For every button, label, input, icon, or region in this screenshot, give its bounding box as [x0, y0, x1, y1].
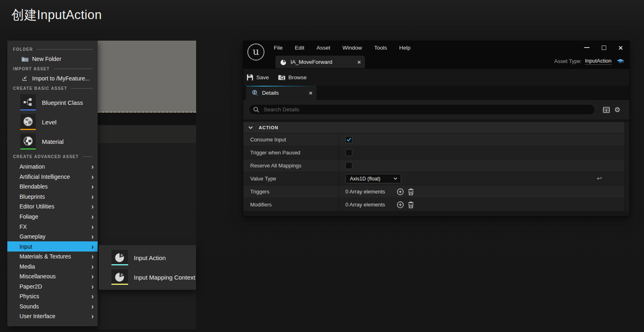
- search-details-field[interactable]: [249, 104, 595, 115]
- search-details-input[interactable]: [263, 106, 517, 113]
- property-name: Reserve All Mappings: [243, 159, 339, 172]
- menu-asset[interactable]: Asset: [310, 45, 336, 51]
- folder-plus-icon: [21, 55, 29, 63]
- details-tab-close-icon[interactable]: ×: [309, 90, 312, 96]
- menu-item-blendables[interactable]: Blendables›: [7, 182, 98, 192]
- menu-file[interactable]: File: [268, 45, 289, 51]
- editor-toolbar: Save Browse: [243, 68, 629, 86]
- minimize-button[interactable]: [584, 47, 589, 48]
- menu-help[interactable]: Help: [393, 45, 417, 51]
- property-row-modifiers: Modifiers 0 Array elements: [243, 198, 629, 211]
- content-browser-thumbnail-area: [98, 41, 196, 113]
- search-icon: [253, 106, 260, 113]
- menu-item-new-folder[interactable]: New Folder: [7, 54, 98, 64]
- menu-item-label: Blueprint Class: [42, 99, 83, 106]
- menu-item-label: User Interface: [20, 313, 92, 319]
- menu-item-import[interactable]: Import to /MyFeature...: [7, 73, 98, 84]
- menu-item-user-interface[interactable]: User Interface›: [7, 311, 98, 321]
- asset-type-value[interactable]: InputAction: [585, 58, 611, 65]
- property-value: 0 Array elements: [339, 185, 629, 198]
- menu-item-blueprint-class[interactable]: Blueprint Class: [7, 93, 98, 112]
- property-row-triggers: Triggers 0 Array elements: [243, 185, 629, 198]
- chevron-down-icon: [248, 126, 253, 129]
- value-type-dropdown[interactable]: Axis1D (float): [345, 174, 401, 183]
- details-tab-row: Details ×: [243, 86, 629, 100]
- menu-item-label: New Folder: [32, 56, 61, 62]
- property-value: [339, 146, 629, 159]
- add-element-icon[interactable]: [397, 201, 404, 208]
- delete-all-elements-trash-icon[interactable]: [408, 188, 414, 195]
- menu-item-blueprints[interactable]: Blueprints›: [7, 192, 98, 202]
- property-name: Modifiers: [243, 198, 339, 211]
- delete-all-elements-trash-icon[interactable]: [408, 201, 414, 208]
- import-icon: [21, 75, 29, 82]
- asset-tab[interactable]: IA_MoveForward ×: [275, 56, 365, 68]
- asset-color-bar: [111, 264, 128, 265]
- reserve-all-mappings-checkbox[interactable]: [345, 162, 352, 169]
- menu-item-label: Animation: [20, 163, 92, 170]
- menu-item-animation[interactable]: Animation›: [7, 162, 98, 172]
- property-name: Trigger when Paused: [243, 146, 339, 159]
- asset-color-bar: [20, 148, 36, 150]
- chevron-right-icon: ›: [92, 213, 94, 220]
- menu-item-label: Blueprints: [20, 193, 92, 200]
- menu-window[interactable]: Window: [336, 45, 368, 51]
- menu-item-media[interactable]: Media›: [7, 261, 98, 271]
- asset-color-bar: [111, 284, 128, 285]
- trigger-when-paused-checkbox[interactable]: [345, 149, 352, 156]
- graduation-cap-icon[interactable]: [616, 58, 624, 65]
- asset-tab-close-icon[interactable]: ×: [357, 59, 361, 65]
- menu-item-physics[interactable]: Physics›: [7, 291, 98, 302]
- menu-item-input[interactable]: Input›: [7, 241, 98, 252]
- blueprint-icon: [20, 94, 36, 111]
- section-rule: [71, 88, 93, 89]
- menu-item-foliage[interactable]: Foliage›: [7, 212, 98, 222]
- menu-item-label: Import to /MyFeature...: [32, 75, 90, 82]
- menu-item-gameplay[interactable]: Gameplay›: [7, 232, 98, 242]
- menu-item-materials-textures[interactable]: Materials & Textures›: [7, 252, 98, 262]
- property-row-consume-input: Consume Input: [243, 133, 629, 146]
- gear-icon[interactable]: ⚙: [614, 106, 620, 113]
- maximize-button[interactable]: [602, 46, 606, 50]
- submenu-item-input-action[interactable]: Input Action: [99, 248, 196, 267]
- menu-item-label: Artificial Intelligence: [20, 174, 92, 180]
- dropdown-selected-value: Axis1D (float): [350, 176, 393, 182]
- menu-item-sounds[interactable]: Sounds›: [7, 302, 98, 312]
- menu-item-fx[interactable]: FX›: [7, 221, 98, 232]
- section-rule: [53, 69, 93, 69]
- section-label: IMPORT ASSET: [13, 67, 50, 71]
- menu-edit[interactable]: Edit: [289, 45, 310, 51]
- add-asset-context-menu: FOLDER New Folder IMPORT ASSET Import to…: [7, 41, 98, 326]
- display-grid-icon[interactable]: [603, 107, 610, 113]
- section-header-import: IMPORT ASSET: [7, 64, 98, 73]
- window-title-bar[interactable]: File Edit Asset Window Tools Help ×: [243, 41, 629, 54]
- submenu-item-input-mapping-context[interactable]: Input Mapping Context: [99, 267, 196, 287]
- menu-item-miscellaneous[interactable]: Miscellaneous›: [7, 271, 98, 282]
- menu-tools[interactable]: Tools: [368, 45, 393, 51]
- section-header-folder: FOLDER: [7, 45, 98, 54]
- menu-item-level[interactable]: Level: [7, 112, 98, 132]
- reset-to-default-icon[interactable]: ↩: [597, 175, 602, 181]
- browse-folder-icon: [278, 74, 286, 81]
- menu-item-editor-utilities[interactable]: Editor Utilities›: [7, 202, 98, 212]
- close-button[interactable]: ×: [618, 44, 623, 52]
- property-value: [339, 133, 629, 146]
- add-element-icon[interactable]: [397, 188, 404, 195]
- browse-label: Browse: [288, 74, 307, 80]
- menu-item-label: Gameplay: [20, 233, 92, 240]
- action-category-header[interactable]: ACTION: [243, 122, 629, 133]
- menu-item-material[interactable]: Material: [7, 132, 98, 151]
- section-label: CREATE BASIC ASSET: [13, 86, 67, 91]
- save-button[interactable]: Save: [247, 74, 269, 81]
- asset-color-bar: [20, 129, 36, 130]
- menu-item-label: Materials & Textures: [20, 253, 92, 260]
- menu-item-artificial-intelligence[interactable]: Artificial Intelligence›: [7, 172, 98, 182]
- menu-item-paper2d[interactable]: Paper2D›: [7, 282, 98, 292]
- property-row-value-type: Value Type Axis1D (float) ↩: [243, 172, 629, 185]
- browse-button[interactable]: Browse: [278, 74, 307, 81]
- chevron-right-icon: ›: [92, 173, 94, 180]
- consume-input-checkbox-checked[interactable]: [345, 136, 352, 143]
- details-scrollbar-track[interactable]: [624, 122, 629, 211]
- details-tab[interactable]: Details ×: [246, 86, 317, 100]
- asset-pie-icon: [280, 59, 287, 65]
